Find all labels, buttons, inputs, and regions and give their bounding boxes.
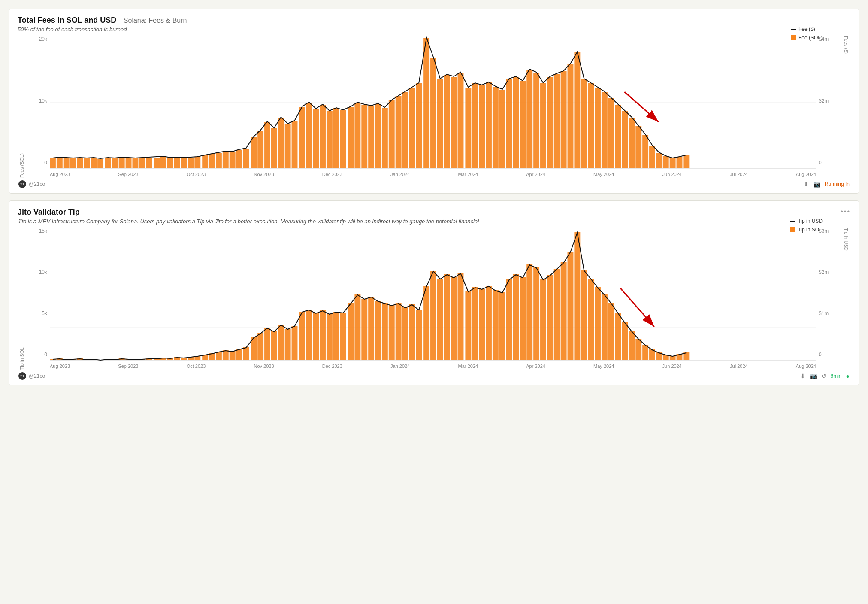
- svg-rect-158: [430, 271, 436, 360]
- svg-rect-171: [520, 277, 526, 360]
- svg-rect-7: [77, 158, 83, 168]
- chart2-y-right-label: Tip in USD: [842, 228, 850, 370]
- chart2-y-10k: 10k: [39, 269, 47, 275]
- chart2-x-nov2023: Nov 2023: [254, 364, 274, 369]
- svg-rect-177: [561, 262, 567, 360]
- svg-rect-22: [181, 158, 187, 168]
- svg-rect-26: [209, 154, 215, 168]
- chart1-y-left-10k: 10k: [39, 98, 47, 104]
- svg-rect-161: [451, 277, 457, 360]
- chart1-legend-bar-icon: [791, 35, 796, 40]
- chart2-y-right-0: 0: [819, 352, 822, 358]
- chart2-y-left-label: Tip in SOL: [18, 228, 26, 370]
- svg-rect-19: [160, 157, 166, 168]
- svg-rect-20: [167, 158, 173, 168]
- chart2-camera-icon[interactable]: 📷: [810, 373, 817, 379]
- svg-rect-184: [608, 303, 614, 360]
- chart1-footer: 21 @21co ⬇ 📷 Running In: [18, 180, 850, 188]
- chart1-card: Total Fees in SOL and USD Solana: Fees &…: [9, 9, 859, 194]
- chart2-user-label: @21co: [29, 373, 45, 379]
- svg-rect-83: [602, 92, 608, 168]
- chart2-footer-right: ⬇ 📷 ↺ 8min ●: [800, 373, 850, 379]
- chart1-avatar: 21: [18, 180, 26, 188]
- svg-rect-31: [243, 149, 249, 168]
- svg-rect-140: [306, 310, 312, 360]
- chart1-footer-right: ⬇ 📷 Running In: [804, 181, 850, 188]
- svg-rect-154: [402, 307, 408, 360]
- svg-rect-169: [506, 279, 512, 360]
- svg-rect-182: [595, 287, 601, 360]
- svg-rect-40: [306, 103, 312, 168]
- svg-rect-48: [361, 105, 367, 168]
- svg-rect-9: [91, 158, 97, 168]
- chart2-refresh-icon[interactable]: ↺: [821, 373, 826, 379]
- svg-rect-37: [285, 124, 291, 168]
- svg-rect-162: [458, 273, 464, 360]
- svg-rect-134: [264, 328, 270, 360]
- svg-rect-173: [533, 267, 539, 360]
- svg-rect-46: [348, 107, 354, 168]
- svg-rect-150: [375, 301, 381, 360]
- svg-rect-82: [595, 88, 601, 168]
- chart1-x-apr2024: Apr 2024: [526, 172, 545, 177]
- svg-rect-17: [146, 158, 152, 168]
- chart2-title: Jito Validator Tip: [18, 208, 80, 216]
- svg-rect-186: [622, 322, 628, 360]
- svg-rect-179: [574, 232, 580, 360]
- svg-rect-86: [622, 111, 628, 168]
- chart1-y-left-20k: 20k: [39, 36, 47, 42]
- svg-rect-137: [285, 329, 291, 360]
- svg-rect-25: [202, 155, 208, 168]
- chart1-legend-fee-dollar-label: Fee ($): [798, 26, 815, 32]
- more-options-icon[interactable]: •••: [841, 208, 850, 215]
- svg-rect-85: [615, 105, 621, 168]
- svg-rect-38: [292, 121, 298, 168]
- chart1-x-jun2024: Jun 2024: [662, 172, 682, 177]
- chart1-x-mar2024: Mar 2024: [458, 172, 478, 177]
- chart2-header: Jito Validator Tip Jito is a MEV Infrast…: [18, 208, 850, 225]
- svg-rect-23: [188, 158, 194, 168]
- chart2-download-icon[interactable]: ⬇: [800, 373, 805, 379]
- svg-rect-157: [423, 286, 429, 360]
- svg-rect-29: [230, 152, 236, 168]
- svg-rect-135: [271, 331, 277, 360]
- chart2-status-badge: 8min: [831, 373, 842, 379]
- download-icon[interactable]: ⬇: [804, 181, 809, 188]
- chart1-x-aug2024: Aug 2024: [796, 172, 816, 177]
- svg-rect-61: [451, 77, 457, 168]
- svg-rect-18: [154, 158, 160, 168]
- chart2-x-jun2024: Jun 2024: [662, 364, 682, 369]
- svg-rect-36: [278, 118, 284, 168]
- svg-rect-178: [568, 252, 574, 360]
- camera-icon[interactable]: 📷: [813, 181, 820, 188]
- chart1-x-aug2023: Aug 2023: [50, 172, 70, 177]
- svg-rect-69: [506, 79, 512, 168]
- svg-rect-71: [520, 81, 526, 168]
- chart1-y-left-0: 0: [44, 160, 47, 166]
- svg-rect-174: [540, 279, 546, 360]
- chart2-status-dot: ●: [846, 373, 850, 379]
- chart2-x-aug2024: Aug 2024: [796, 364, 816, 369]
- chart1-x-nov2023: Nov 2023: [254, 172, 274, 177]
- svg-rect-128: [223, 350, 229, 360]
- svg-rect-165: [479, 289, 485, 360]
- chart2-x-apr2024: Apr 2024: [526, 364, 545, 369]
- svg-rect-78: [568, 64, 574, 168]
- chart2-x-aug2023: Aug 2023: [50, 364, 70, 369]
- svg-rect-131: [243, 347, 249, 360]
- chart1-status-badge: Running In: [825, 181, 850, 187]
- svg-rect-60: [444, 75, 450, 168]
- svg-rect-35: [271, 128, 277, 168]
- svg-rect-141: [313, 313, 319, 360]
- chart1-x-may2024: May 2024: [593, 172, 614, 177]
- svg-rect-10: [97, 159, 103, 168]
- svg-rect-53: [396, 96, 402, 168]
- chart2-footer: 21 @21co ⬇ 📷 ↺ 8min ●: [18, 372, 850, 380]
- chart1-y-left-label: Fees (SOL): [18, 36, 26, 178]
- chart2-y-5k: 5k: [42, 310, 47, 316]
- chart2-y-15k: 15k: [39, 228, 47, 234]
- svg-rect-39: [299, 107, 305, 168]
- chart1-legend-fee-dollar: Fee ($): [791, 26, 823, 32]
- svg-rect-57: [423, 38, 429, 168]
- svg-rect-27: [216, 153, 222, 168]
